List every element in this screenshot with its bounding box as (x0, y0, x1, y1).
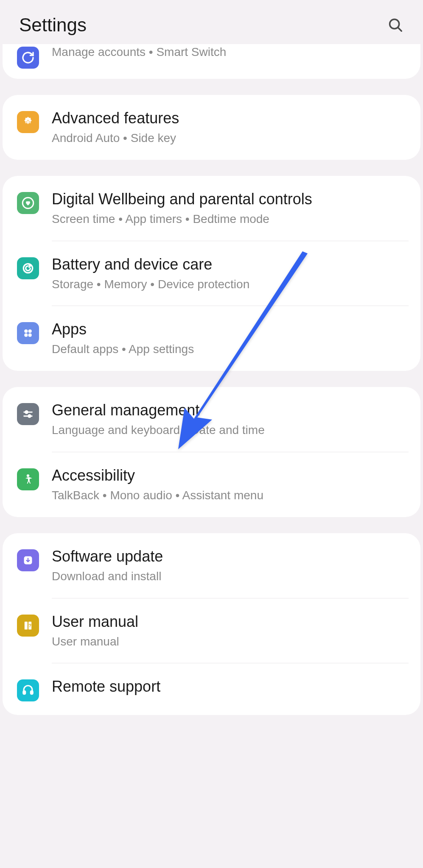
settings-item-accessibility[interactable]: Accessibility TalkBack • Mono audio • As… (3, 452, 420, 517)
settings-list: Manage accounts • Smart Switch Advanced … (0, 44, 423, 715)
item-subtitle: Manage accounts • Smart Switch (52, 44, 409, 60)
settings-group-general: General management Language and keyboard… (3, 387, 420, 517)
item-subtitle: Language and keyboard • Date and time (52, 422, 409, 438)
search-icon (387, 17, 403, 33)
person-icon (17, 468, 39, 490)
header: Settings (0, 0, 423, 50)
item-title: Software update (52, 547, 409, 566)
search-button[interactable] (387, 17, 404, 33)
item-text: Advanced features Android Auto • Side ke… (52, 108, 409, 146)
heart-circle-icon (17, 192, 39, 214)
svg-rect-22 (31, 691, 33, 695)
item-subtitle: TalkBack • Mono audio • Assistant menu (52, 487, 409, 504)
settings-item-software-update[interactable]: Software update Download and install (3, 533, 420, 598)
item-text: Battery and device care Storage • Memory… (52, 255, 409, 292)
headset-icon (17, 679, 39, 701)
settings-item-apps[interactable]: Apps Default apps • App settings (3, 306, 420, 371)
item-title: Advanced features (52, 108, 409, 128)
settings-item-battery-device-care[interactable]: Battery and device care Storage • Memory… (3, 241, 420, 306)
plus-gear-icon (17, 111, 39, 133)
svg-point-8 (24, 330, 28, 333)
svg-point-7 (23, 264, 32, 273)
svg-rect-21 (23, 691, 25, 695)
download-icon (17, 549, 39, 571)
item-title: Battery and device care (52, 255, 409, 274)
svg-point-15 (28, 415, 31, 417)
settings-item-accounts-backup[interactable]: Manage accounts • Smart Switch (3, 44, 420, 79)
item-text: Accessibility TalkBack • Mono audio • As… (52, 466, 409, 504)
item-subtitle: Download and install (52, 568, 409, 584)
settings-group-updates: Software update Download and install ? U… (3, 533, 420, 715)
svg-point-11 (28, 334, 32, 337)
item-subtitle: Screen time • App timers • Bedtime mode (52, 211, 409, 227)
svg-point-9 (28, 330, 32, 333)
item-subtitle: User manual (52, 634, 409, 650)
svg-point-13 (25, 411, 28, 414)
item-text: User manual User manual (52, 612, 409, 650)
item-title: Apps (52, 320, 409, 339)
settings-item-digital-wellbeing[interactable]: Digital Wellbeing and parental controls … (3, 176, 420, 241)
item-title: Accessibility (52, 466, 409, 485)
item-subtitle: Storage • Memory • Device protection (52, 276, 409, 292)
settings-item-remote-support[interactable]: Remote support (3, 663, 420, 715)
refresh-icon (17, 257, 39, 279)
item-text: Software update Download and install (52, 547, 409, 584)
item-subtitle: Default apps • App settings (52, 341, 409, 357)
settings-group-accounts: Manage accounts • Smart Switch (3, 44, 420, 79)
item-text: Remote support (52, 677, 409, 698)
svg-rect-5 (26, 122, 30, 123)
item-title: Digital Wellbeing and parental controls (52, 189, 409, 209)
settings-group-wellbeing: Digital Wellbeing and parental controls … (3, 176, 420, 371)
item-text: General management Language and keyboard… (52, 401, 409, 438)
item-text: Apps Default apps • App settings (52, 320, 409, 357)
settings-item-advanced-features[interactable]: Advanced features Android Auto • Side ke… (3, 95, 420, 160)
svg-point-10 (24, 334, 28, 337)
item-title: Remote support (52, 677, 409, 696)
item-text: Manage accounts • Smart Switch (52, 44, 409, 60)
item-subtitle: Android Auto • Side key (52, 130, 409, 146)
page-title: Settings (19, 14, 87, 36)
book-icon: ? (17, 615, 39, 637)
sliders-icon (17, 403, 39, 425)
item-title: User manual (52, 612, 409, 631)
svg-line-1 (398, 28, 401, 31)
item-text: Digital Wellbeing and parental controls … (52, 189, 409, 227)
svg-rect-18 (25, 621, 28, 629)
svg-text:?: ? (28, 623, 31, 628)
settings-group-advanced: Advanced features Android Auto • Side ke… (3, 95, 420, 160)
four-dots-icon (17, 322, 39, 344)
item-title: General management (52, 401, 409, 420)
settings-item-general-management[interactable]: General management Language and keyboard… (3, 387, 420, 452)
sync-icon (17, 47, 39, 69)
svg-point-16 (27, 474, 29, 477)
settings-item-user-manual[interactable]: ? User manual User manual (3, 598, 420, 663)
